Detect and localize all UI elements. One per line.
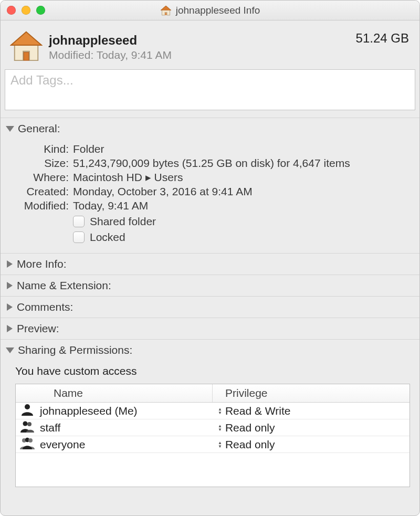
modified-label: Modified: <box>11 199 69 212</box>
permissions-name-header: Name <box>16 384 213 402</box>
section-sharing-header[interactable]: Sharing & Permissions: <box>1 339 419 361</box>
permissions-header-row: Name Privilege <box>16 384 410 403</box>
minimize-button[interactable] <box>22 6 30 15</box>
permissions-name-cell: johnappleseed (Me) <box>16 403 213 418</box>
where-label: Where: <box>11 171 69 184</box>
modified-value: Today, 9:41 AM <box>97 49 172 61</box>
shared-folder-label: Shared folder <box>90 215 156 228</box>
general-size-row: Size: 51,243,790,009 bytes (51.25 GB on … <box>11 157 409 170</box>
window-controls <box>7 6 45 15</box>
access-text: You have custom access <box>15 365 410 377</box>
permissions-row[interactable]: johnappleseed (Me) ▲▼ Read & Write <box>16 403 410 419</box>
home-icon <box>10 30 43 65</box>
where-value: Macintosh HD ▸ Users <box>73 171 409 184</box>
permissions-row[interactable]: everyone ▲▼ Read only <box>16 436 410 453</box>
section-sharing-label: Sharing & Permissions: <box>18 344 132 356</box>
section-sharing-body: You have custom access Name Privilege jo… <box>1 361 419 497</box>
section-comments-label: Comments: <box>17 301 73 313</box>
permissions-priv-cell[interactable]: ▲▼ Read & Write <box>213 405 410 417</box>
section-comments-header[interactable]: Comments: <box>1 296 419 318</box>
section-more-info-label: More Info: <box>17 258 67 270</box>
general-created-row: Created: Monday, October 3, 2016 at 9:41… <box>11 185 409 198</box>
svg-point-6 <box>25 404 30 409</box>
section-general-label: General: <box>18 122 60 135</box>
section-preview-header[interactable]: Preview: <box>1 318 419 339</box>
general-kind-row: Kind: Folder <box>11 143 409 155</box>
disclosure-triangle-right-icon <box>7 325 13 332</box>
disclosure-triangle-right-icon <box>7 282 13 289</box>
kind-value: Folder <box>73 143 409 155</box>
section-preview-label: Preview: <box>17 322 59 335</box>
header-text: johnappleseed Modified: Today, 9:41 AM <box>49 34 356 61</box>
titlebar: johnappleseed Info <box>1 1 419 20</box>
info-window: johnappleseed Info johnappleseed Modifie… <box>0 0 420 516</box>
general-modified-row: Modified: Today, 9:41 AM <box>11 199 409 212</box>
size-label: Size: <box>11 157 69 170</box>
permissions-priv-cell[interactable]: ▲▼ Read only <box>213 422 410 434</box>
permissions-name-cell: everyone <box>16 437 213 452</box>
permissions-name-cell: staff <box>16 420 213 435</box>
permissions-priv-value: Read only <box>225 438 275 451</box>
stepper-icon: ▲▼ <box>218 424 222 431</box>
disclosure-triangle-right-icon <box>7 303 13 311</box>
item-modified: Modified: Today, 9:41 AM <box>49 49 356 61</box>
group-icon <box>20 420 35 435</box>
permissions-priv-cell[interactable]: ▲▼ Read only <box>213 438 410 451</box>
modified-value: Today, 9:41 AM <box>73 199 409 212</box>
info-header: johnappleseed Modified: Today, 9:41 AM 5… <box>1 20 419 69</box>
svg-marker-1 <box>161 6 171 10</box>
general-where-row: Where: Macintosh HD ▸ Users <box>11 171 409 184</box>
locked-row: Locked <box>73 231 409 244</box>
svg-point-7 <box>23 422 28 426</box>
section-general-header[interactable]: General: <box>1 118 419 139</box>
tags-input[interactable]: Add Tags... <box>5 69 415 110</box>
disclosure-triangle-right-icon <box>7 260 13 268</box>
section-more-info-header[interactable]: More Info: <box>1 253 419 275</box>
permissions-priv-value: Read only <box>225 422 275 434</box>
permissions-user-name: everyone <box>40 438 85 451</box>
created-label: Created: <box>11 185 69 198</box>
kind-label: Kind: <box>11 143 69 155</box>
modified-label: Modified: <box>49 49 93 61</box>
svg-marker-0 <box>161 6 171 15</box>
tags-area: Add Tags... <box>1 69 419 118</box>
close-button[interactable] <box>7 6 16 15</box>
permissions-table: Name Privilege johnappleseed (Me) ▲▼ Rea… <box>15 384 410 487</box>
permissions-row[interactable]: staff ▲▼ Read only <box>16 419 410 436</box>
item-size: 51.24 GB <box>356 31 409 46</box>
section-name-extension-label: Name & Extension: <box>17 279 111 292</box>
section-general-body: Kind: Folder Size: 51,243,790,009 bytes … <box>1 139 419 253</box>
tags-placeholder: Add Tags... <box>10 73 74 87</box>
shared-folder-row: Shared folder <box>73 215 409 228</box>
permissions-user-name: johnappleseed (Me) <box>40 405 138 417</box>
section-name-extension-header[interactable]: Name & Extension: <box>1 275 419 296</box>
window-title: johnappleseed Info <box>176 5 260 16</box>
svg-marker-4 <box>11 32 41 45</box>
home-icon <box>160 5 172 16</box>
locked-checkbox[interactable] <box>73 231 85 243</box>
stepper-icon: ▲▼ <box>218 441 222 448</box>
locked-label: Locked <box>90 231 125 244</box>
everyone-icon <box>20 437 35 452</box>
permissions-priv-value: Read & Write <box>225 405 291 417</box>
disclosure-triangle-down-icon <box>6 126 14 132</box>
svg-point-11 <box>28 438 33 443</box>
item-name: johnappleseed <box>49 34 356 47</box>
stepper-icon: ▲▼ <box>218 407 222 415</box>
zoom-button[interactable] <box>36 6 45 15</box>
size-value: 51,243,790,009 bytes (51.25 GB on disk) … <box>73 157 409 170</box>
permissions-privilege-header: Privilege <box>213 384 410 402</box>
svg-point-8 <box>27 422 32 426</box>
permissions-empty-rows <box>16 453 410 487</box>
permissions-user-name: staff <box>40 422 60 434</box>
created-value: Monday, October 3, 2016 at 9:41 AM <box>73 185 409 198</box>
disclosure-triangle-down-icon <box>6 347 14 353</box>
svg-rect-2 <box>165 13 166 15</box>
title-center: johnappleseed Info <box>1 5 419 16</box>
svg-rect-5 <box>24 52 29 61</box>
shared-folder-checkbox[interactable] <box>73 216 85 227</box>
person-icon <box>20 403 35 418</box>
